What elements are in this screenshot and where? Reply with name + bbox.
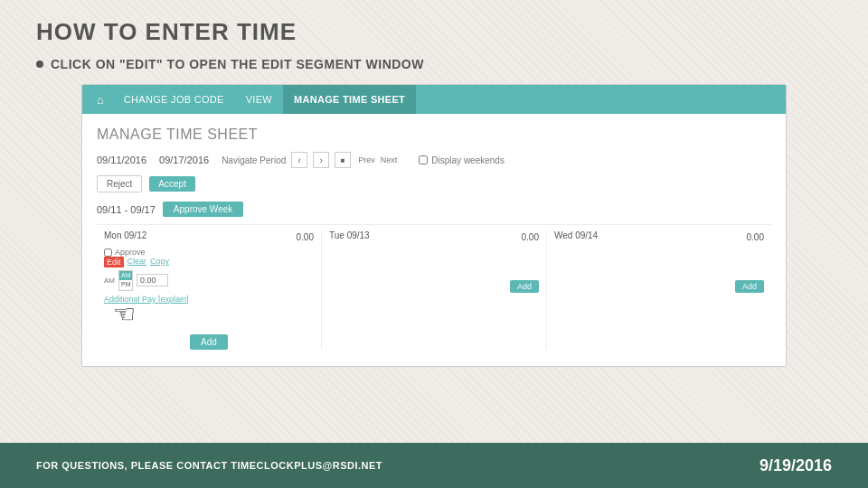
prev-label: Prev	[358, 155, 375, 164]
date-row: 09/11/2016 09/17/2016 Navigate Period ‹ …	[97, 152, 771, 168]
entry-header-0: Mon 09/12 0.00	[104, 230, 314, 244]
pm-option[interactable]: PM	[119, 280, 132, 289]
time-input-row: AM AM PM	[104, 270, 314, 291]
sheet-content: MANAGE TIME SHEET 09/11/2016 09/17/2016 …	[82, 114, 786, 366]
add-btn-wrapper-0: Add	[104, 334, 314, 350]
tab-view[interactable]: VIEW	[235, 85, 283, 114]
prev-arrow[interactable]: ‹	[291, 152, 307, 168]
today-button[interactable]: ■	[335, 152, 351, 168]
add-button-0[interactable]: Add	[190, 334, 228, 350]
subtitle-text: CLICK ON "EDIT" TO OPEN THE EDIT SEGMENT…	[51, 57, 424, 71]
edit-link[interactable]: Edit	[104, 257, 124, 267]
week-section: 09/11 - 09/17 Approve Week Mon 09/12 0.0…	[97, 202, 771, 350]
display-weekends-label: Display weekends	[431, 155, 505, 165]
approve-check-0[interactable]	[104, 249, 112, 257]
am-label: AM	[104, 277, 115, 285]
edit-links: Edit Clear Copy	[104, 257, 314, 267]
entry-hours-2: 0.00	[747, 232, 764, 242]
display-weekends[interactable]: Display weekends	[419, 155, 505, 165]
entry-hours-1: 0.00	[522, 232, 539, 242]
next-arrow[interactable]: ›	[313, 152, 329, 168]
time-entry-col-2: Wed 09/14 0.00 Add	[547, 230, 771, 350]
time-entry-col-0: Mon 09/12 0.00 Approve Edit Clear Copy	[97, 230, 322, 350]
accept-button[interactable]: Accept	[149, 176, 195, 192]
navigate-section: Navigate Period ‹ › ■ Prev Next	[222, 152, 397, 168]
cursor-hand-icon: ☞	[113, 299, 136, 329]
copy-link[interactable]: Copy	[150, 257, 169, 267]
edit-section: Edit Clear Copy AM AM PM	[104, 257, 314, 304]
add-button-2[interactable]: Add	[735, 280, 764, 293]
approve-label-0: Approve	[115, 248, 146, 257]
time-input[interactable]	[137, 274, 168, 286]
entry-header-2: Wed 09/14 0.00	[554, 230, 764, 244]
footer-date: 9/19/2016	[760, 456, 832, 475]
add-button-1[interactable]: Add	[510, 280, 539, 293]
tab-manage-time-sheet[interactable]: MANAGE TIME SHEET	[283, 85, 416, 114]
tab-change-job-code[interactable]: CHANGE JOB CODE	[113, 85, 235, 114]
next-label: Next	[381, 155, 398, 164]
subtitle: CLICK ON "EDIT" TO OPEN THE EDIT SEGMENT…	[36, 57, 832, 71]
navigate-label: Navigate Period	[222, 155, 286, 165]
footer: FOR QUESTIONS, PLEASE CONTACT TIMECLOCKP…	[0, 443, 868, 488]
week-bar: 09/11 - 09/17 Approve Week	[97, 202, 771, 217]
reject-button[interactable]: Reject	[97, 175, 142, 192]
time-entries-row: Mon 09/12 0.00 Approve Edit Clear Copy	[97, 224, 771, 350]
date-start: 09/11/2016	[97, 155, 146, 165]
entry-header-1: Tue 09/13 0.00	[329, 230, 539, 244]
entry-date-2: Wed 09/14	[554, 230, 598, 240]
week-label: 09/11 - 09/17	[97, 204, 156, 215]
main-content: HOW TO ENTER TIME CLICK ON "EDIT" TO OPE…	[0, 0, 868, 443]
bullet-icon	[36, 61, 43, 68]
approve-week-button[interactable]: Approve Week	[163, 202, 243, 217]
nav-bar: ⌂ CHANGE JOB CODE VIEW MANAGE TIME SHEET	[82, 85, 786, 114]
am-pm-toggle[interactable]: AM PM	[118, 270, 133, 291]
sheet-title: MANAGE TIME SHEET	[97, 127, 771, 143]
entry-hours-0: 0.00	[297, 232, 314, 242]
time-entry-col-1: Tue 09/13 0.00 Add	[322, 230, 547, 350]
approve-checkbox-0[interactable]: Approve	[104, 248, 314, 257]
am-option[interactable]: AM	[119, 271, 132, 280]
footer-contact: FOR QUESTIONS, PLEASE CONTACT TIMECLOCKP…	[36, 460, 382, 471]
action-row: Reject Accept	[97, 175, 771, 192]
page-title: HOW TO ENTER TIME	[36, 18, 832, 46]
entry-date-0: Mon 09/12	[104, 230, 146, 240]
entry-date-1: Tue 09/13	[329, 230, 370, 240]
screenshot-box: ⌂ CHANGE JOB CODE VIEW MANAGE TIME SHEET…	[81, 84, 787, 367]
date-end: 09/17/2016	[159, 155, 209, 165]
nav-home-icon[interactable]: ⌂	[88, 89, 113, 110]
clear-link[interactable]: Clear	[127, 257, 147, 267]
display-weekends-checkbox[interactable]	[419, 155, 428, 164]
